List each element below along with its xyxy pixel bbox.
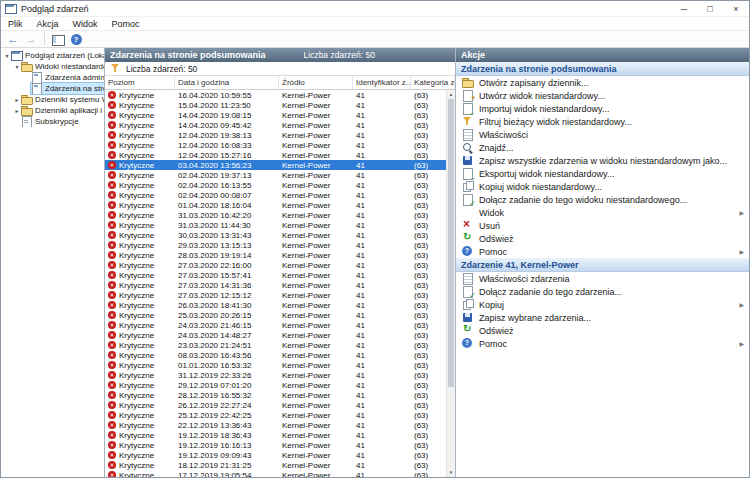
- menu-pomoc[interactable]: Pomoc: [105, 19, 147, 29]
- action-pomoc[interactable]: Pomoc ▶: [456, 245, 749, 258]
- event-row[interactable]: ✕Krytyczne 30.03.2020 13:31:43 Kernel-Po…: [105, 230, 446, 240]
- event-row[interactable]: ✕Krytyczne 01.01.2020 16:53:32 Kernel-Po…: [105, 360, 446, 370]
- event-row[interactable]: ✕Krytyczne 14.04.2020 19:08:15 Kernel-Po…: [105, 110, 446, 120]
- critical-icon: ✕: [108, 171, 116, 179]
- action-utw-rz-widok-niestandardowy[interactable]: Utwórz widok niestandardowy...: [456, 89, 749, 102]
- forward-icon[interactable]: →: [24, 33, 38, 46]
- action-do-cz-zadanie-do-tego-widoku-niestandardowego[interactable]: Dołącz zadanie do tego widoku niestandar…: [456, 193, 749, 206]
- actions-section-zdarzenie-41-kernel-power[interactable]: Zdarzenie 41, Kernel-Power: [456, 258, 749, 272]
- help-icon[interactable]: [69, 33, 83, 46]
- close-button[interactable]: ×: [723, 1, 749, 16]
- expander-icon[interactable]: ▸: [13, 107, 21, 114]
- event-row[interactable]: ✕Krytyczne 15.04.2020 11:23:50 Kernel-Po…: [105, 100, 446, 110]
- event-row[interactable]: ✕Krytyczne 27.03.2020 14:31:36 Kernel-Po…: [105, 280, 446, 290]
- event-row[interactable]: ✕Krytyczne 19.12.2019 18:36:43 Kernel-Po…: [105, 430, 446, 440]
- event-row[interactable]: ✕Krytyczne 28.03.2020 19:19:14 Kernel-Po…: [105, 250, 446, 260]
- column-header-data-i-godzina[interactable]: Data i godzina: [175, 76, 279, 89]
- action-od-wie[interactable]: Odśwież: [456, 324, 749, 337]
- event-row[interactable]: ✕Krytyczne 12.04.2020 16:08:33 Kernel-Po…: [105, 140, 446, 150]
- tree-item-podgl-d-zdarze-lokalny[interactable]: ▾ Podgląd zdarzeń (Lokalny): [1, 50, 104, 61]
- event-date-cell: 26.03.2020 18:41:30: [175, 300, 279, 310]
- action-w-a-ciwo-ci-zdarzenia[interactable]: Właściwości zdarzenia: [456, 272, 749, 285]
- event-row[interactable]: ✕Krytyczne 31.12.2019 22:33:26 Kernel-Po…: [105, 370, 446, 380]
- action-eksportuj-widok-niestandardowy[interactable]: Eksportuj widok niestandardowy...: [456, 167, 749, 180]
- action-pomoc[interactable]: Pomoc ▶: [456, 337, 749, 350]
- action-do-cz-zadanie-do-tego-zdarzenia[interactable]: Dołącz zadanie do tego zdarzenia...: [456, 285, 749, 298]
- event-row[interactable]: ✕Krytyczne 12.04.2020 19:38:13 Kernel-Po…: [105, 130, 446, 140]
- action-kopiuj-widok-niestandardowy[interactable]: Kopiuj widok niestandardowy...: [456, 180, 749, 193]
- event-row[interactable]: ✕Krytyczne 27.03.2020 15:57:41 Kernel-Po…: [105, 270, 446, 280]
- tree-item-widoki-niestandardowe[interactable]: ▾ Widoki niestandardowe: [1, 61, 104, 72]
- action-importuj-widok-niestandardowy[interactable]: Importuj widok niestandardowy...: [456, 102, 749, 115]
- event-row[interactable]: ✕Krytyczne 31.03.2020 16:42:20 Kernel-Po…: [105, 210, 446, 220]
- event-row[interactable]: ✕Krytyczne 03.04.2020 13:56:23 Kernel-Po…: [105, 160, 446, 170]
- scroll-up-icon[interactable]: ▲: [447, 90, 455, 99]
- event-level-cell: ✕Krytyczne: [105, 370, 175, 380]
- event-row[interactable]: ✕Krytyczne 26.03.2020 18:41:30 Kernel-Po…: [105, 300, 446, 310]
- event-row[interactable]: ✕Krytyczne 22.12.2019 13:36:43 Kernel-Po…: [105, 420, 446, 430]
- event-row[interactable]: ✕Krytyczne 27.03.2020 12:15:12 Kernel-Po…: [105, 290, 446, 300]
- event-row[interactable]: ✕Krytyczne 26.12.2019 22:27:24 Kernel-Po…: [105, 400, 446, 410]
- event-row[interactable]: ✕Krytyczne 25.03.2020 20:26:15 Kernel-Po…: [105, 310, 446, 320]
- menu-plik[interactable]: Plik: [1, 19, 30, 29]
- action-kopiuj[interactable]: Kopiuj ▶: [456, 298, 749, 311]
- action-widok[interactable]: Widok ▶: [456, 206, 749, 219]
- event-row[interactable]: ✕Krytyczne 16.04.2020 10:59:55 Kernel-Po…: [105, 90, 446, 100]
- event-level-cell: ✕Krytyczne: [105, 400, 175, 410]
- event-row[interactable]: ✕Krytyczne 14.04.2020 09:45:42 Kernel-Po…: [105, 120, 446, 130]
- maximize-button[interactable]: □: [697, 1, 723, 16]
- menu-widok[interactable]: Widok: [66, 19, 105, 29]
- event-row[interactable]: ✕Krytyczne 08.03.2020 16:43:56 Kernel-Po…: [105, 350, 446, 360]
- action-znajd[interactable]: Znajdź...: [456, 141, 749, 154]
- event-row[interactable]: ✕Krytyczne 25.12.2019 22:42:25 Kernel-Po…: [105, 410, 446, 420]
- event-row[interactable]: ✕Krytyczne 01.04.2020 18:16:04 Kernel-Po…: [105, 200, 446, 210]
- menu-akcja[interactable]: Akcja: [30, 19, 66, 29]
- expander-icon[interactable]: ▸: [13, 96, 21, 103]
- event-row[interactable]: ✕Krytyczne 31.03.2020 11:44:30 Kernel-Po…: [105, 220, 446, 230]
- event-row[interactable]: ✕Krytyczne 24.03.2020 14:48:27 Kernel-Po…: [105, 330, 446, 340]
- event-row[interactable]: ✕Krytyczne 12.04.2020 15:27:16 Kernel-Po…: [105, 150, 446, 160]
- event-row[interactable]: ✕Krytyczne 19.12.2019 09:09:43 Kernel-Po…: [105, 450, 446, 460]
- expander-icon[interactable]: ▾: [3, 52, 11, 59]
- column-header-r-d-o[interactable]: Źródło: [279, 76, 353, 89]
- console-tree-icon[interactable]: [51, 33, 65, 46]
- back-icon[interactable]: ←: [6, 33, 20, 46]
- action-zapisz-wszystkie-zdarzenia-w-widoku-niestandardowym-jako[interactable]: Zapisz wszystkie zdarzenia w widoku nies…: [456, 154, 749, 167]
- event-row[interactable]: ✕Krytyczne 18.12.2019 21:31:25 Kernel-Po…: [105, 460, 446, 470]
- scroll-down-icon[interactable]: ▼: [447, 468, 455, 477]
- tree-item-subskrypcje[interactable]: Subskrypcje: [1, 116, 104, 127]
- scrollbar-thumb[interactable]: [448, 99, 454, 387]
- scrollbar-track[interactable]: [447, 99, 455, 468]
- tree-item-zdarzenia-na-stronie-pod[interactable]: Zdarzenia na stronie pod: [1, 83, 104, 94]
- tree-item-dzienniki-aplikacji-i-us-ug[interactable]: ▸ Dzienniki aplikacji i usług: [1, 105, 104, 116]
- action-item-label: Dołącz zadanie do tego zdarzenia...: [479, 287, 622, 297]
- column-header-kategoria-zada[interactable]: Kategoria zada...: [411, 76, 455, 89]
- event-row[interactable]: ✕Krytyczne 28.12.2019 16:55:32 Kernel-Po…: [105, 390, 446, 400]
- event-row[interactable]: ✕Krytyczne 29.12.2019 07:01:20 Kernel-Po…: [105, 380, 446, 390]
- column-header-identyfikator-z[interactable]: Identyfikator z...: [353, 76, 411, 89]
- event-row[interactable]: ✕Krytyczne 19.12.2019 16:16:13 Kernel-Po…: [105, 440, 446, 450]
- event-row[interactable]: ✕Krytyczne 29.03.2020 13:15:13 Kernel-Po…: [105, 240, 446, 250]
- expander-icon[interactable]: ▾: [13, 63, 21, 70]
- tree-item-zdarzenia-administracyjne[interactable]: Zdarzenia administracyjne: [1, 72, 104, 83]
- event-row[interactable]: ✕Krytyczne 24.03.2020 21:46:15 Kernel-Po…: [105, 320, 446, 330]
- tree-item-dzienniki-systemu-windows[interactable]: ▸ Dzienniki systemu Windows: [1, 94, 104, 105]
- action-otw-rz-zapisany-dziennik[interactable]: Otwórz zapisany dziennik...: [456, 76, 749, 89]
- action-zapisz-wybrane-zdarzenia[interactable]: Zapisz wybrane zdarzenia...: [456, 311, 749, 324]
- action-usu[interactable]: Usuń: [456, 219, 749, 232]
- minimize-button[interactable]: ─: [671, 1, 697, 16]
- event-row[interactable]: ✕Krytyczne 23.03.2020 21:24:51 Kernel-Po…: [105, 340, 446, 350]
- event-row[interactable]: ✕Krytyczne 02.04.2020 00:08:07 Kernel-Po…: [105, 190, 446, 200]
- actions-section-zdarzenia-na-stronie-podsumowania[interactable]: Zdarzenia na stronie podsumowania: [456, 62, 749, 76]
- event-row[interactable]: ✕Krytyczne 17.12.2019 19:05:54 Kernel-Po…: [105, 470, 446, 477]
- vertical-scrollbar[interactable]: ▲ ▼: [446, 90, 455, 477]
- action-filtruj-bie-cy-widok-niestandardowy[interactable]: Filtruj bieżący widok niestandardowy...: [456, 115, 749, 128]
- event-row[interactable]: ✕Krytyczne 27.03.2020 22:16:00 Kernel-Po…: [105, 260, 446, 270]
- column-header-poziom[interactable]: Poziom: [105, 76, 175, 89]
- event-row[interactable]: ✕Krytyczne 02.04.2020 16:13:55 Kernel-Po…: [105, 180, 446, 190]
- event-id-cell: 41: [353, 280, 411, 290]
- grid-column-headers: PoziomData i godzinaŹródłoIdentyfikator …: [105, 76, 455, 90]
- action-w-a-ciwo-ci[interactable]: Właściwości: [456, 128, 749, 141]
- action-od-wie[interactable]: Odśwież: [456, 232, 749, 245]
- event-row[interactable]: ✕Krytyczne 02.04.2020 19:37:13 Kernel-Po…: [105, 170, 446, 180]
